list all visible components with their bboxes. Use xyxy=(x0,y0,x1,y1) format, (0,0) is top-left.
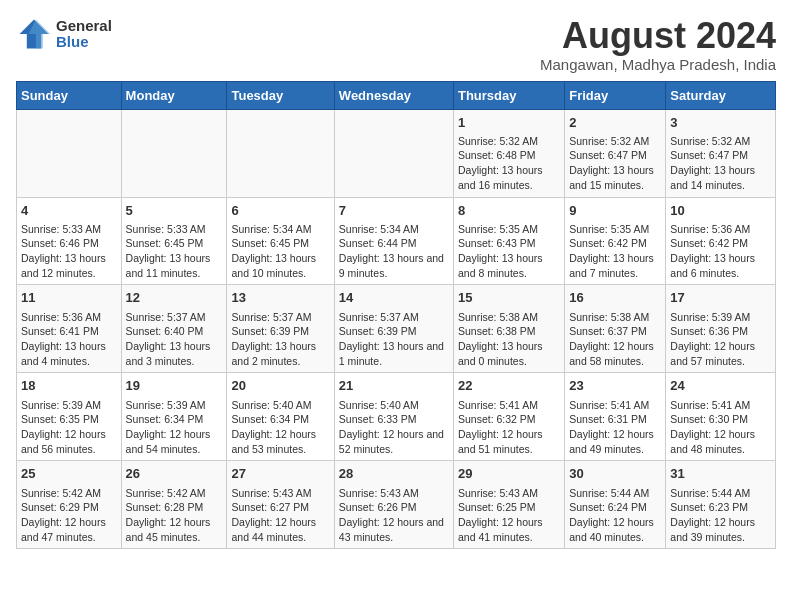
day-info: Sunrise: 5:41 AM Sunset: 6:30 PM Dayligh… xyxy=(670,398,771,457)
calendar-cell: 13Sunrise: 5:37 AM Sunset: 6:39 PM Dayli… xyxy=(227,285,334,373)
day-number: 10 xyxy=(670,202,771,220)
week-row-4: 18Sunrise: 5:39 AM Sunset: 6:35 PM Dayli… xyxy=(17,373,776,461)
day-number: 3 xyxy=(670,114,771,132)
page-header: General Blue August 2024 Mangawan, Madhy… xyxy=(16,16,776,73)
day-number: 26 xyxy=(126,465,223,483)
calendar-cell: 31Sunrise: 5:44 AM Sunset: 6:23 PM Dayli… xyxy=(666,461,776,549)
calendar-cell: 3Sunrise: 5:32 AM Sunset: 6:47 PM Daylig… xyxy=(666,109,776,197)
day-number: 11 xyxy=(21,289,117,307)
day-info: Sunrise: 5:37 AM Sunset: 6:39 PM Dayligh… xyxy=(339,310,449,369)
day-number: 31 xyxy=(670,465,771,483)
calendar-cell xyxy=(227,109,334,197)
day-info: Sunrise: 5:33 AM Sunset: 6:45 PM Dayligh… xyxy=(126,222,223,281)
calendar-cell: 25Sunrise: 5:42 AM Sunset: 6:29 PM Dayli… xyxy=(17,461,122,549)
calendar-cell xyxy=(334,109,453,197)
day-number: 30 xyxy=(569,465,661,483)
day-info: Sunrise: 5:33 AM Sunset: 6:46 PM Dayligh… xyxy=(21,222,117,281)
logo-text: General Blue xyxy=(56,18,112,51)
weekday-header-row: SundayMondayTuesdayWednesdayThursdayFrid… xyxy=(17,81,776,109)
day-number: 22 xyxy=(458,377,560,395)
weekday-header-wednesday: Wednesday xyxy=(334,81,453,109)
logo-general: General xyxy=(56,18,112,35)
day-number: 2 xyxy=(569,114,661,132)
day-info: Sunrise: 5:38 AM Sunset: 6:37 PM Dayligh… xyxy=(569,310,661,369)
calendar-cell: 26Sunrise: 5:42 AM Sunset: 6:28 PM Dayli… xyxy=(121,461,227,549)
day-info: Sunrise: 5:44 AM Sunset: 6:24 PM Dayligh… xyxy=(569,486,661,545)
calendar-cell: 28Sunrise: 5:43 AM Sunset: 6:26 PM Dayli… xyxy=(334,461,453,549)
calendar-cell: 5Sunrise: 5:33 AM Sunset: 6:45 PM Daylig… xyxy=(121,197,227,285)
day-number: 4 xyxy=(21,202,117,220)
week-row-2: 4Sunrise: 5:33 AM Sunset: 6:46 PM Daylig… xyxy=(17,197,776,285)
day-info: Sunrise: 5:41 AM Sunset: 6:32 PM Dayligh… xyxy=(458,398,560,457)
calendar-cell: 24Sunrise: 5:41 AM Sunset: 6:30 PM Dayli… xyxy=(666,373,776,461)
day-info: Sunrise: 5:40 AM Sunset: 6:34 PM Dayligh… xyxy=(231,398,329,457)
week-row-3: 11Sunrise: 5:36 AM Sunset: 6:41 PM Dayli… xyxy=(17,285,776,373)
day-number: 17 xyxy=(670,289,771,307)
calendar-cell: 17Sunrise: 5:39 AM Sunset: 6:36 PM Dayli… xyxy=(666,285,776,373)
calendar-cell: 29Sunrise: 5:43 AM Sunset: 6:25 PM Dayli… xyxy=(453,461,564,549)
day-number: 16 xyxy=(569,289,661,307)
week-row-5: 25Sunrise: 5:42 AM Sunset: 6:29 PM Dayli… xyxy=(17,461,776,549)
day-info: Sunrise: 5:35 AM Sunset: 6:42 PM Dayligh… xyxy=(569,222,661,281)
calendar-cell: 18Sunrise: 5:39 AM Sunset: 6:35 PM Dayli… xyxy=(17,373,122,461)
day-info: Sunrise: 5:43 AM Sunset: 6:25 PM Dayligh… xyxy=(458,486,560,545)
day-info: Sunrise: 5:42 AM Sunset: 6:29 PM Dayligh… xyxy=(21,486,117,545)
day-number: 20 xyxy=(231,377,329,395)
day-info: Sunrise: 5:37 AM Sunset: 6:39 PM Dayligh… xyxy=(231,310,329,369)
weekday-header-sunday: Sunday xyxy=(17,81,122,109)
title-block: August 2024 Mangawan, Madhya Pradesh, In… xyxy=(540,16,776,73)
calendar-cell: 23Sunrise: 5:41 AM Sunset: 6:31 PM Dayli… xyxy=(565,373,666,461)
day-info: Sunrise: 5:38 AM Sunset: 6:38 PM Dayligh… xyxy=(458,310,560,369)
day-number: 27 xyxy=(231,465,329,483)
day-number: 15 xyxy=(458,289,560,307)
subtitle: Mangawan, Madhya Pradesh, India xyxy=(540,56,776,73)
day-info: Sunrise: 5:34 AM Sunset: 6:44 PM Dayligh… xyxy=(339,222,449,281)
day-number: 25 xyxy=(21,465,117,483)
logo-blue: Blue xyxy=(56,34,112,51)
calendar-cell xyxy=(17,109,122,197)
day-number: 5 xyxy=(126,202,223,220)
calendar-cell: 2Sunrise: 5:32 AM Sunset: 6:47 PM Daylig… xyxy=(565,109,666,197)
day-number: 7 xyxy=(339,202,449,220)
calendar-cell: 8Sunrise: 5:35 AM Sunset: 6:43 PM Daylig… xyxy=(453,197,564,285)
day-info: Sunrise: 5:41 AM Sunset: 6:31 PM Dayligh… xyxy=(569,398,661,457)
calendar-cell: 14Sunrise: 5:37 AM Sunset: 6:39 PM Dayli… xyxy=(334,285,453,373)
logo: General Blue xyxy=(16,16,112,52)
day-info: Sunrise: 5:39 AM Sunset: 6:35 PM Dayligh… xyxy=(21,398,117,457)
day-info: Sunrise: 5:43 AM Sunset: 6:26 PM Dayligh… xyxy=(339,486,449,545)
day-number: 29 xyxy=(458,465,560,483)
day-number: 8 xyxy=(458,202,560,220)
day-number: 12 xyxy=(126,289,223,307)
day-number: 28 xyxy=(339,465,449,483)
calendar-cell: 10Sunrise: 5:36 AM Sunset: 6:42 PM Dayli… xyxy=(666,197,776,285)
day-number: 19 xyxy=(126,377,223,395)
day-number: 13 xyxy=(231,289,329,307)
week-row-1: 1Sunrise: 5:32 AM Sunset: 6:48 PM Daylig… xyxy=(17,109,776,197)
weekday-header-monday: Monday xyxy=(121,81,227,109)
day-info: Sunrise: 5:36 AM Sunset: 6:41 PM Dayligh… xyxy=(21,310,117,369)
calendar-cell: 11Sunrise: 5:36 AM Sunset: 6:41 PM Dayli… xyxy=(17,285,122,373)
day-info: Sunrise: 5:37 AM Sunset: 6:40 PM Dayligh… xyxy=(126,310,223,369)
day-info: Sunrise: 5:39 AM Sunset: 6:34 PM Dayligh… xyxy=(126,398,223,457)
calendar-cell: 16Sunrise: 5:38 AM Sunset: 6:37 PM Dayli… xyxy=(565,285,666,373)
calendar-table: SundayMondayTuesdayWednesdayThursdayFrid… xyxy=(16,81,776,550)
day-info: Sunrise: 5:32 AM Sunset: 6:47 PM Dayligh… xyxy=(670,134,771,193)
main-title: August 2024 xyxy=(540,16,776,56)
day-info: Sunrise: 5:34 AM Sunset: 6:45 PM Dayligh… xyxy=(231,222,329,281)
weekday-header-thursday: Thursday xyxy=(453,81,564,109)
day-info: Sunrise: 5:43 AM Sunset: 6:27 PM Dayligh… xyxy=(231,486,329,545)
calendar-cell: 15Sunrise: 5:38 AM Sunset: 6:38 PM Dayli… xyxy=(453,285,564,373)
day-number: 24 xyxy=(670,377,771,395)
calendar-cell xyxy=(121,109,227,197)
day-number: 14 xyxy=(339,289,449,307)
calendar-cell: 30Sunrise: 5:44 AM Sunset: 6:24 PM Dayli… xyxy=(565,461,666,549)
day-number: 6 xyxy=(231,202,329,220)
day-info: Sunrise: 5:32 AM Sunset: 6:48 PM Dayligh… xyxy=(458,134,560,193)
day-info: Sunrise: 5:32 AM Sunset: 6:47 PM Dayligh… xyxy=(569,134,661,193)
calendar-cell: 20Sunrise: 5:40 AM Sunset: 6:34 PM Dayli… xyxy=(227,373,334,461)
calendar-cell: 12Sunrise: 5:37 AM Sunset: 6:40 PM Dayli… xyxy=(121,285,227,373)
calendar-cell: 1Sunrise: 5:32 AM Sunset: 6:48 PM Daylig… xyxy=(453,109,564,197)
day-info: Sunrise: 5:44 AM Sunset: 6:23 PM Dayligh… xyxy=(670,486,771,545)
day-info: Sunrise: 5:39 AM Sunset: 6:36 PM Dayligh… xyxy=(670,310,771,369)
day-number: 21 xyxy=(339,377,449,395)
